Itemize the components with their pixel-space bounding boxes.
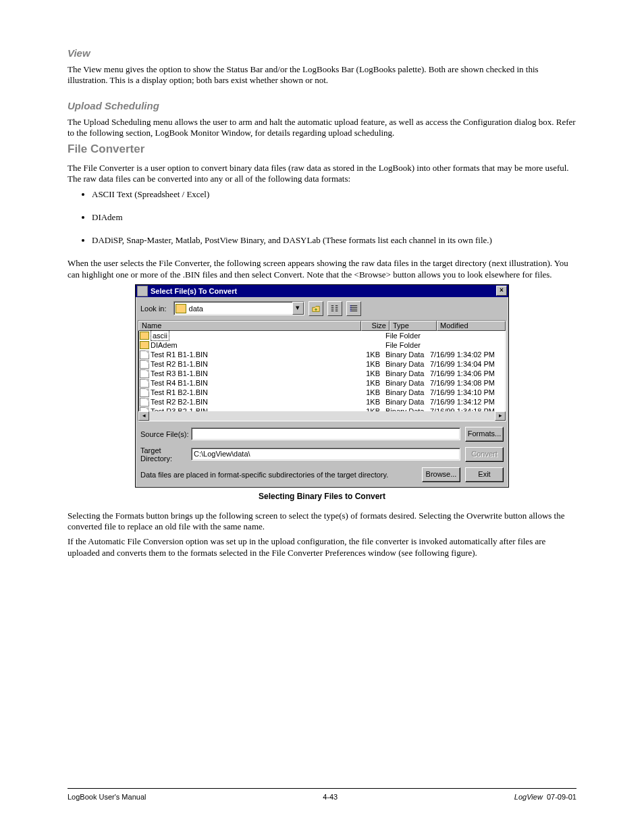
- folder-icon: [176, 304, 186, 313]
- file-size: 1KB: [356, 378, 384, 388]
- file-name: Test R1 B2-1.BIN: [151, 388, 208, 397]
- heading-file-converter: File Converter: [68, 142, 576, 156]
- para-file-conv-1: The File Converter is a user option to c…: [68, 163, 576, 185]
- heading-view: View: [68, 47, 576, 59]
- para-file-conv-2: When the user selects the File Converter…: [68, 258, 576, 280]
- target-directory-input[interactable]: C:\LogView\data\: [191, 448, 460, 461]
- file-size: [356, 340, 384, 350]
- folder-icon: [140, 332, 149, 340]
- file-type: Binary Data: [384, 397, 429, 407]
- file-modified: 7/16/99 1:34:12 PM: [429, 397, 506, 407]
- file-name: Test R2 B2-1.BIN: [151, 397, 208, 407]
- file-type: Binary Data: [384, 369, 429, 378]
- browse-button[interactable]: Browse...: [422, 467, 460, 482]
- file-type: Binary Data: [384, 350, 429, 359]
- source-files-label: Source File(s):: [140, 430, 191, 438]
- title-text: Select File(s) To Convert: [151, 287, 496, 295]
- file-modified: [429, 340, 506, 350]
- file-size: 1KB: [356, 359, 384, 369]
- file-name: Test R1 B1-1.BIN: [151, 350, 208, 359]
- file-icon: [140, 398, 149, 407]
- list-item: DADiSP, Snap-Master, Matlab, PostView Bi…: [92, 235, 576, 246]
- app-icon: [137, 286, 148, 296]
- convert-button[interactable]: Convert: [465, 447, 504, 462]
- file-modified: 7/16/99 1:34:08 PM: [429, 378, 506, 388]
- para-formats-2: If the Automatic File Conversion option …: [68, 536, 576, 558]
- col-modified[interactable]: Modified: [437, 321, 506, 331]
- file-icon: [140, 379, 149, 388]
- target-directory-label: Target Directory:: [140, 446, 191, 463]
- list-item[interactable]: Test R3 B1-1.BIN1KBBinary Data7/16/99 1:…: [138, 369, 506, 378]
- file-modified: 7/16/99 1:34:10 PM: [429, 388, 506, 397]
- toolbar: Look in: data ▾: [136, 297, 508, 320]
- file-modified: [429, 331, 506, 340]
- file-listview[interactable]: Name Size Type Modified asciiFile Folder…: [138, 320, 506, 421]
- formats-button[interactable]: Formats...: [465, 427, 504, 442]
- col-size[interactable]: Size: [361, 321, 390, 331]
- scroll-right-button[interactable]: ▸: [495, 411, 506, 421]
- dialog-select-files: Select File(s) To Convert × Look in: dat…: [135, 284, 509, 488]
- page-footer: LogBook User's Manual 4-43 LogView 07-09…: [68, 793, 576, 801]
- file-size: 1KB: [356, 369, 384, 378]
- list-item[interactable]: Test R1 B2-1.BIN1KBBinary Data7/16/99 1:…: [138, 388, 506, 397]
- para-upload: The Upload Scheduling menu allows the us…: [68, 117, 576, 139]
- file-size: 1KB: [356, 397, 384, 407]
- file-modified: 7/16/99 1:34:06 PM: [429, 369, 506, 378]
- details-view-button[interactable]: [346, 301, 361, 316]
- heading-upload-scheduling: Upload Scheduling: [68, 100, 576, 111]
- file-type: Binary Data: [384, 378, 429, 388]
- file-icon: [140, 369, 149, 378]
- file-name: ascii: [151, 330, 169, 341]
- footer-center-page: 4-43: [323, 793, 338, 801]
- file-modified: 7/16/99 1:34:04 PM: [429, 359, 506, 369]
- format-list: ASCII Text (Spreadsheet / Excel) DIAdem …: [68, 189, 576, 246]
- note-text: Data files are placed in format-specific…: [140, 471, 417, 479]
- file-size: 1KB: [356, 350, 384, 359]
- close-button[interactable]: ×: [496, 286, 507, 296]
- file-size: [356, 331, 384, 340]
- file-type: File Folder: [384, 340, 429, 350]
- exit-button[interactable]: Exit: [465, 467, 504, 482]
- footer-left: LogBook User's Manual: [68, 793, 146, 801]
- file-type: Binary Data: [384, 359, 429, 369]
- file-name: Test R4 B1-1.BIN: [151, 378, 208, 388]
- list-item[interactable]: DIAdemFile Folder: [138, 340, 506, 350]
- look-in-label: Look in:: [140, 305, 167, 313]
- para-view: The View menu gives the option to show t…: [68, 64, 576, 86]
- list-view-button[interactable]: [327, 301, 342, 316]
- chevron-down-icon[interactable]: ▾: [292, 302, 304, 315]
- list-item[interactable]: Test R1 B1-1.BIN1KBBinary Data7/16/99 1:…: [138, 350, 506, 359]
- scroll-left-button[interactable]: ◂: [138, 411, 149, 421]
- file-icon: [140, 350, 149, 359]
- col-type[interactable]: Type: [390, 321, 437, 331]
- figure-caption: Selecting Binary Files to Convert: [68, 492, 576, 501]
- listview-header: Name Size Type Modified: [138, 321, 506, 331]
- list-item[interactable]: asciiFile Folder: [138, 331, 506, 340]
- up-one-level-button[interactable]: [308, 301, 323, 316]
- list-item[interactable]: Test R4 B1-1.BIN1KBBinary Data7/16/99 1:…: [138, 378, 506, 388]
- footer-date: 07-09-01: [547, 793, 576, 801]
- file-size: 1KB: [356, 388, 384, 397]
- para-formats-1: Selecting the Formats button brings up t…: [68, 511, 576, 533]
- list-item[interactable]: Test R2 B2-1.BIN1KBBinary Data7/16/99 1:…: [138, 397, 506, 407]
- file-type: Binary Data: [384, 388, 429, 397]
- file-icon: [140, 388, 149, 397]
- look-in-combo[interactable]: data ▾: [173, 301, 304, 315]
- footer-rule: [68, 788, 576, 789]
- file-modified: 7/16/99 1:34:02 PM: [429, 350, 506, 359]
- file-name: Test R3 B1-1.BIN: [151, 369, 208, 378]
- horizontal-scrollbar[interactable]: ◂ ▸: [138, 411, 506, 421]
- source-files-input[interactable]: [191, 427, 460, 440]
- list-item[interactable]: Test R2 B1-1.BIN1KBBinary Data7/16/99 1:…: [138, 359, 506, 369]
- look-in-value: data: [189, 305, 292, 313]
- file-icon: [140, 360, 149, 369]
- file-name: Test R2 B1-1.BIN: [151, 359, 208, 369]
- file-type: File Folder: [384, 331, 429, 340]
- list-item: DIAdem: [92, 212, 576, 223]
- list-item: ASCII Text (Spreadsheet / Excel): [92, 189, 576, 200]
- footer-right: LogView: [514, 793, 543, 801]
- col-name[interactable]: Name: [138, 321, 361, 331]
- titlebar[interactable]: Select File(s) To Convert ×: [136, 285, 508, 297]
- folder-icon: [140, 341, 149, 349]
- file-name: DIAdem: [151, 340, 178, 350]
